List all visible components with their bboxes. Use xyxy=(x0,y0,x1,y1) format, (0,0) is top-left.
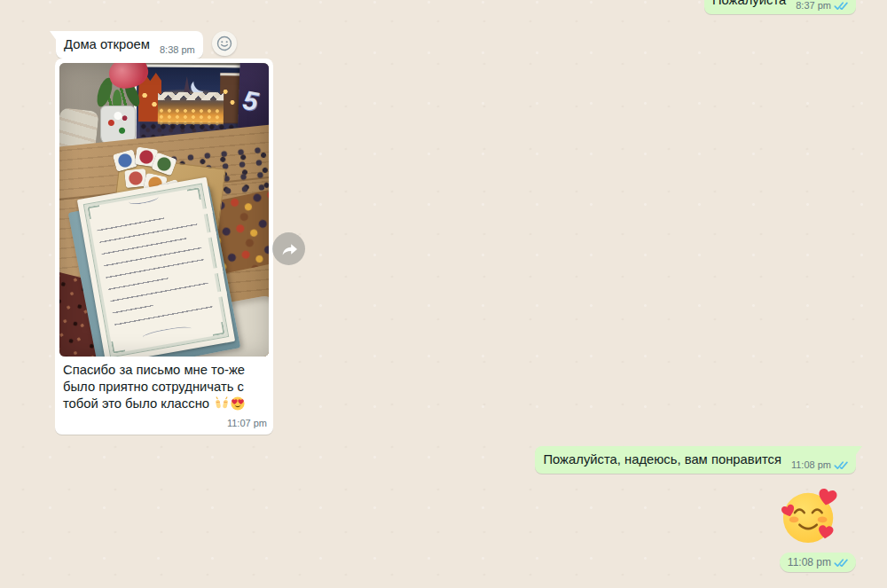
message-text: Пожалуйста, надеюсь, вам понравится xyxy=(543,451,781,468)
bubble-tail xyxy=(855,446,862,457)
heart-eyes-emoji-icon xyxy=(231,396,245,415)
photo-attachment[interactable]: 5 xyxy=(59,63,269,357)
photo-caption: Спасибо за письмо мне то-же было приятно… xyxy=(59,357,269,415)
message-time: 11:08 pm xyxy=(791,459,831,471)
message-bubble-doma[interactable]: Дома откроем 8:38 pm xyxy=(56,31,203,59)
message-meta: 11:08 pm xyxy=(791,459,848,471)
double-check-icon xyxy=(834,460,848,470)
forward-message-button[interactable] xyxy=(272,232,305,265)
smiling-face-with-hearts-emoji xyxy=(780,487,842,549)
message-time: 11:08 pm xyxy=(788,556,831,568)
message-bubble-outgoing-top[interactable]: Пожалуйста 8:37 pm xyxy=(704,0,856,14)
add-reaction-smiley-icon xyxy=(216,35,233,52)
message-bubble-reply[interactable]: Пожалуйста, надеюсь, вам понравится 11:0… xyxy=(535,446,856,474)
photo-vignette xyxy=(59,63,269,357)
message-meta: 8:38 pm xyxy=(160,44,195,56)
double-check-icon xyxy=(834,1,848,11)
chat-area: Пожалуйста 8:37 pm Дома откроем 8:38 pm xyxy=(0,0,887,588)
message-text: Пожалуйста xyxy=(712,0,786,9)
message-bubble-photo[interactable]: 5 xyxy=(55,59,273,435)
double-check-icon xyxy=(834,558,848,568)
add-reaction-button[interactable] xyxy=(212,31,237,56)
message-time: 11:07 pm xyxy=(59,418,269,428)
message-emoji[interactable]: 11:08 pm xyxy=(780,487,856,572)
message-time: 8:37 pm xyxy=(796,0,831,12)
message-time: 8:38 pm xyxy=(160,44,195,56)
forward-arrow-icon xyxy=(280,240,298,258)
bubble-tail xyxy=(50,31,57,42)
message-meta: 8:37 pm xyxy=(796,0,848,12)
message-text: Дома откроем xyxy=(64,36,150,53)
emoji-time-pill: 11:08 pm xyxy=(780,553,856,572)
raising-hands-emoji-icon xyxy=(215,396,229,415)
